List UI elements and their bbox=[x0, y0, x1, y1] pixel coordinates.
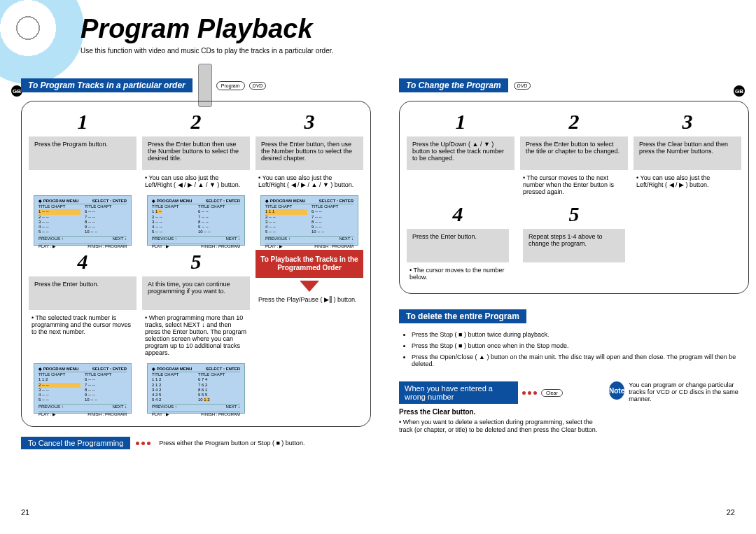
left-section-header: To Program Tracks in a particular order bbox=[21, 78, 192, 92]
osd-screen: ◆ PROGRAM MENUSELECT : ENTER TITLE CHAPT… bbox=[147, 363, 245, 414]
step4-num: 4 bbox=[29, 250, 136, 274]
step1-text: Press the Program button. bbox=[29, 136, 136, 170]
step2-num: 2 bbox=[142, 110, 250, 134]
rstep3-tip: • You can use also just the Left/Right (… bbox=[634, 174, 741, 188]
delete-item: Press the Stop ( ■ ) button twice during… bbox=[412, 331, 743, 338]
rstep4-text: Press the Enter button. bbox=[407, 229, 509, 262]
program-oval-icon: Program bbox=[216, 81, 245, 90]
step3-num: 3 bbox=[255, 110, 363, 134]
page-number-right: 22 bbox=[727, 508, 735, 517]
dots-icon bbox=[136, 442, 150, 445]
step5-tip: • When programming more than 10 tracks, … bbox=[142, 314, 250, 356]
dots-icon bbox=[522, 391, 537, 395]
left-panel: 1 Press the Program button. 2 Press the … bbox=[21, 101, 371, 427]
right-panel: 1 Press the Up/Down ( ▲ / ▼ ) button to … bbox=[399, 101, 749, 294]
wrong-number-label: When you have entered a wrong number bbox=[399, 381, 518, 404]
step2-tip: • You can use also just the Left/Right (… bbox=[142, 174, 250, 188]
rstep2-text: Press the Enter button to select the tit… bbox=[520, 136, 628, 170]
dvd-badge: DVD bbox=[514, 82, 531, 90]
step3-tip: • You can use also just the Left/Right (… bbox=[255, 174, 363, 188]
step4-text: Press the Enter button. bbox=[29, 276, 136, 310]
rstep1-num: 1 bbox=[407, 110, 514, 134]
subtitle: Use this function with video and music C… bbox=[80, 47, 333, 55]
osd-screen: ◆ PROGRAM MENUSELECT : ENTER TITLE CHAPT… bbox=[260, 195, 358, 246]
playpause-text: Press the Play/Pause ( ▶ǁ ) button. bbox=[255, 296, 363, 303]
delete-header: To delete the entire Program bbox=[399, 309, 526, 323]
rstep4-tip: • The cursor moves to the number below. bbox=[407, 267, 509, 281]
rstep5-num: 5 bbox=[523, 202, 625, 226]
rstep5-text: Repeat steps 1-4 above to change the pro… bbox=[523, 229, 625, 262]
down-arrow-icon bbox=[300, 281, 319, 292]
rstep3-text: Press the Clear button and then press th… bbox=[634, 136, 741, 170]
disc-icon bbox=[0, 0, 84, 84]
delete-item: Press the Open/Close ( ▲ ) button on the… bbox=[412, 353, 743, 367]
cancel-label: To Cancel the Programming bbox=[21, 437, 130, 449]
step1-num: 1 bbox=[29, 110, 136, 134]
dvd-badge: DVD bbox=[249, 82, 267, 90]
right-section-header: To Change the Program bbox=[399, 78, 508, 92]
osd-screen: ◆ PROGRAM MENUSELECT : ENTER TITLE CHAPT… bbox=[147, 195, 245, 246]
step5-num: 5 bbox=[142, 250, 250, 274]
step2-text: Press the Enter button then use the Numb… bbox=[142, 136, 250, 170]
step4-tip: • The selected track number is programmi… bbox=[29, 314, 136, 335]
page-title: Program Playback bbox=[80, 14, 333, 44]
playback-order-box: To Playback the Tracks in the Programmed… bbox=[255, 250, 363, 278]
rstep1-text: Press the Up/Down ( ▲ / ▼ ) button to se… bbox=[407, 136, 514, 170]
delete-list: Press the Stop ( ■ ) button twice during… bbox=[399, 328, 749, 367]
rstep2-num: 2 bbox=[520, 110, 628, 134]
note-text: You can program or change particular tra… bbox=[629, 381, 749, 402]
step3-text: Press the Enter button, then use the Num… bbox=[255, 136, 363, 170]
press-clear-text: • When you want to delete a selection du… bbox=[399, 419, 603, 434]
osd-screen: ◆ PROGRAM MENUSELECT : ENTER TITLE CHAPT… bbox=[34, 363, 132, 414]
rstep3-num: 3 bbox=[634, 110, 741, 134]
step5-text: At this time, you can continue programmi… bbox=[142, 276, 250, 310]
note-badge: Note bbox=[609, 381, 624, 400]
osd-screen: ◆ PROGRAM MENUSELECT : ENTER TITLE CHAPT… bbox=[34, 195, 132, 246]
press-clear-heading: Press the Clear button. bbox=[399, 408, 603, 416]
rstep2-tip: • The cursor moves to the next number wh… bbox=[520, 174, 628, 195]
cancel-text: Press either the Program button or Stop … bbox=[156, 440, 307, 447]
delete-item: Press the Stop ( ■ ) button once when in… bbox=[412, 342, 743, 349]
clear-button-icon: Clear bbox=[541, 389, 563, 397]
rstep4-num: 4 bbox=[407, 202, 509, 226]
page-number-left: 21 bbox=[21, 508, 29, 517]
